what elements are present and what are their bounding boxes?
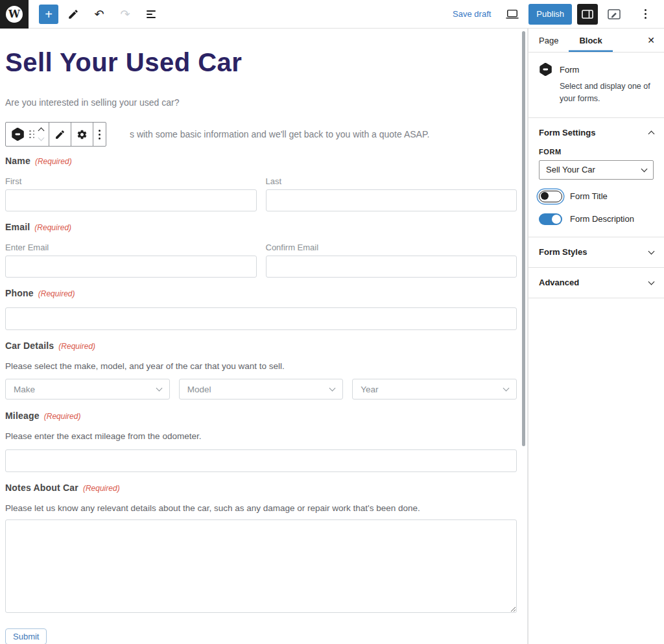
block-options-button[interactable] bbox=[99, 130, 101, 139]
block-inserter-button[interactable]: + bbox=[39, 5, 58, 24]
intro2-paragraph-fragment[interactable]: s with some basic information and we'll … bbox=[130, 129, 429, 139]
edit-page-icon bbox=[608, 9, 621, 19]
list-view-button[interactable] bbox=[140, 3, 162, 25]
form-styles-title: Form Styles bbox=[539, 247, 587, 257]
car-details-label: Car Details bbox=[5, 340, 54, 351]
list-view-icon bbox=[147, 10, 156, 18]
close-sidebar-button[interactable]: ✕ bbox=[638, 29, 664, 52]
block-toolbar-primary-cell bbox=[6, 123, 49, 146]
phone-field-label-row: Phone (Required) bbox=[5, 288, 517, 298]
block-movers bbox=[39, 126, 43, 142]
chevron-down-icon bbox=[648, 278, 655, 285]
publish-button[interactable]: Publish bbox=[528, 4, 572, 25]
required-badge: (Required) bbox=[35, 157, 72, 166]
save-draft-button[interactable]: Save draft bbox=[447, 5, 496, 23]
notes-description: Please let us know any relevant details … bbox=[5, 503, 517, 513]
redo-icon: ↷ bbox=[120, 7, 130, 21]
confirm-email-sublabel: Confirm Email bbox=[266, 243, 517, 252]
first-name-input[interactable] bbox=[5, 189, 257, 211]
settings-sidebar-toggle[interactable] bbox=[577, 4, 598, 25]
wordpress-w-icon: W bbox=[6, 6, 23, 23]
enter-email-sublabel: Enter Email bbox=[5, 243, 257, 252]
tab-page[interactable]: Page bbox=[528, 29, 569, 52]
last-name-input[interactable] bbox=[266, 189, 517, 211]
form-title-toggle[interactable] bbox=[539, 191, 562, 202]
kebab-menu-icon bbox=[645, 9, 646, 19]
undo-button[interactable]: ↶ bbox=[88, 3, 110, 25]
advanced-panel-toggle[interactable]: Advanced bbox=[528, 268, 664, 298]
block-toolbar bbox=[5, 122, 106, 147]
submit-button[interactable]: Submit bbox=[5, 628, 47, 644]
form-settings-panel: Form Settings FORM Sell Your Car Form Ti… bbox=[528, 118, 664, 237]
chevron-down-icon bbox=[38, 135, 44, 141]
form-select-label: FORM bbox=[539, 148, 654, 156]
editor-mode-button[interactable] bbox=[603, 3, 625, 25]
form-description-toggle[interactable] bbox=[539, 213, 562, 225]
form-select-value: Sell Your Car bbox=[546, 165, 595, 174]
enter-email-input[interactable] bbox=[5, 256, 257, 278]
form-description-toggle-label: Form Description bbox=[570, 214, 634, 224]
form-select[interactable]: Sell Your Car bbox=[539, 160, 654, 180]
form-settings-panel-toggle[interactable]: Form Settings bbox=[528, 118, 664, 148]
tools-pencil-button[interactable] bbox=[62, 3, 84, 25]
required-badge: (Required) bbox=[83, 484, 120, 493]
redo-button[interactable]: ↷ bbox=[114, 3, 136, 25]
editor-scrollbar[interactable] bbox=[522, 31, 525, 446]
chevron-up-icon bbox=[38, 128, 44, 134]
phone-input[interactable] bbox=[5, 307, 517, 330]
advanced-panel: Advanced bbox=[528, 268, 664, 298]
edit-form-button[interactable] bbox=[54, 129, 65, 140]
laptop-icon bbox=[506, 9, 519, 19]
block-info-card: Form Select and display one of your form… bbox=[528, 53, 664, 118]
sidebar-tabs: Page Block ✕ bbox=[528, 29, 664, 53]
form-block-icon bbox=[11, 127, 25, 141]
form-block-row: s with some basic information and we'll … bbox=[5, 122, 517, 147]
car-details-label-row: Car Details (Required) bbox=[5, 340, 517, 351]
year-select-value: Year bbox=[361, 385, 378, 394]
move-down-button[interactable] bbox=[39, 136, 43, 142]
chevron-up-icon bbox=[648, 130, 655, 137]
options-menu-button[interactable] bbox=[634, 3, 656, 25]
pencil-icon bbox=[54, 129, 65, 140]
required-badge: (Required) bbox=[44, 412, 81, 421]
page-title[interactable]: Sell Your Used Car bbox=[5, 47, 517, 78]
block-description: Select and display one of your forms. bbox=[560, 80, 654, 106]
chevron-down-icon bbox=[648, 248, 655, 254]
email-field-label: Email bbox=[5, 222, 30, 232]
required-badge: (Required) bbox=[38, 289, 75, 298]
form-styles-panel-toggle[interactable]: Form Styles bbox=[528, 237, 664, 267]
make-select[interactable]: Make bbox=[5, 379, 170, 400]
phone-field-label: Phone bbox=[5, 288, 34, 298]
make-select-value: Make bbox=[14, 385, 35, 394]
form-block-icon bbox=[539, 62, 553, 77]
preview-button[interactable] bbox=[501, 3, 523, 25]
notes-label-row: Notes About Car (Required) bbox=[5, 483, 517, 493]
intro-paragraph[interactable]: Are you interested in selling your used … bbox=[5, 97, 517, 108]
notes-textarea[interactable] bbox=[5, 519, 517, 613]
chevron-down-icon bbox=[503, 385, 510, 392]
tab-block[interactable]: Block bbox=[569, 29, 612, 52]
move-up-button[interactable] bbox=[39, 126, 43, 133]
form-title-toggle-label: Form Title bbox=[570, 191, 608, 201]
chevron-down-icon bbox=[329, 385, 336, 392]
required-badge: (Required) bbox=[34, 223, 71, 232]
year-select[interactable]: Year bbox=[352, 379, 517, 400]
confirm-email-input[interactable] bbox=[266, 256, 517, 278]
wordpress-logo[interactable]: W bbox=[0, 0, 29, 29]
form-styles-panel: Form Styles bbox=[528, 237, 664, 268]
sidebar-panel-icon bbox=[582, 10, 593, 19]
name-field-label-row: Name (Required) bbox=[5, 156, 517, 166]
email-field-label-row: Email (Required) bbox=[5, 222, 517, 232]
kebab-menu-icon bbox=[99, 130, 101, 139]
undo-icon: ↶ bbox=[94, 7, 104, 21]
editor-canvas: Sell Your Used Car Are you interested in… bbox=[0, 29, 528, 644]
car-details-description: Please select the make, model, and year … bbox=[5, 361, 517, 371]
form-settings-title: Form Settings bbox=[539, 128, 595, 137]
drag-handle[interactable] bbox=[29, 130, 35, 139]
pencil-icon bbox=[67, 8, 79, 20]
mileage-input[interactable] bbox=[5, 449, 517, 472]
form-settings-button[interactable] bbox=[77, 129, 88, 140]
first-name-sublabel: First bbox=[5, 176, 257, 186]
model-select[interactable]: Model bbox=[179, 379, 344, 400]
settings-sidebar: Page Block ✕ Form Select and display one… bbox=[528, 29, 664, 644]
